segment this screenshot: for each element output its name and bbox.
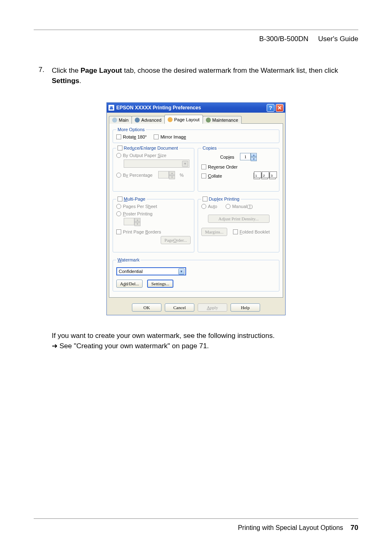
header-text: B-300/B-500DN User's Guide — [259, 35, 358, 43]
spin-down-icon: ▼ — [169, 175, 175, 179]
page-order-button: Page Order... — [161, 236, 191, 244]
reduce-enlarge-legend: Reduce/Enlarge Document — [124, 146, 178, 150]
app-icon: 🖶 — [108, 105, 114, 111]
titlebar-close-button[interactable]: ✕ — [276, 104, 284, 112]
tab-advanced[interactable]: Advanced — [131, 116, 165, 124]
reduce-enlarge-group: Reduce/Enlarge Document By Output Paper … — [113, 146, 194, 192]
wrench-icon — [206, 118, 211, 123]
print-page-borders-label: Print Page Borders — [123, 229, 161, 234]
adjust-print-density-button: Adjust Print Density... — [208, 215, 270, 223]
more-options-group: More Options Rotate 180° Mirror Image — [113, 127, 279, 143]
reverse-order-label: Reverse Order — [208, 164, 238, 169]
ok-button[interactable]: OK — [132, 303, 161, 312]
footer-page: 70 — [350, 524, 358, 532]
step-text: Click the Page Layout tab, choose the de… — [52, 66, 358, 86]
duplex-auto-label: Auto — [208, 204, 217, 209]
folded-booklet-label: Folded Booklet — [240, 229, 270, 234]
multipage-checkbox[interactable] — [118, 197, 122, 201]
help-button[interactable]: Help — [231, 303, 260, 312]
watermark-settings-button[interactable]: Settings... — [147, 280, 173, 288]
rotate-180-label: Rotate 180° — [123, 134, 147, 139]
mirror-image-label: Mirror Image — [160, 134, 186, 139]
header-guide: User's Guide — [318, 35, 358, 43]
rotate-180-checkbox[interactable] — [116, 134, 121, 139]
page-layout-panel: More Options Rotate 180° Mirror Image Re… — [109, 123, 283, 298]
multipage-stepper: ▲▼ — [124, 218, 141, 226]
folded-booklet-checkbox — [233, 229, 238, 234]
after-ref: See "Creating your own watermark" on pag… — [58, 342, 209, 350]
output-paper-size-select: ▼ — [124, 160, 189, 168]
duplex-manual-label: Manual(T) — [232, 204, 253, 209]
poster-printing-label: Poster Printing — [123, 211, 152, 216]
poster-printing-radio — [116, 211, 121, 216]
more-options-legend: More Options — [116, 127, 146, 132]
tabstrip: Main Advanced Page Layout Maintenance — [109, 115, 283, 124]
cancel-button[interactable]: Cancel — [165, 303, 194, 312]
by-output-radio — [116, 153, 121, 158]
tab-page-layout[interactable]: Page Layout — [164, 115, 203, 124]
watermark-legend: Watermark — [116, 257, 141, 262]
duplex-auto-radio — [201, 204, 206, 209]
header-model: B-300/B-500DN — [259, 35, 309, 43]
copies-group: Copies Copies ▲▼ Reverse Order — [198, 146, 279, 192]
watermark-group: Watermark Confidential ▼ Add/Del... Sett… — [113, 257, 279, 291]
after-line1: If you want to create your own watermark… — [52, 331, 358, 341]
tab-main[interactable]: Main — [109, 116, 132, 124]
copies-input[interactable] — [240, 153, 251, 160]
pages-per-sheet-label: Pages Per Sheet — [123, 204, 157, 209]
spin-up-icon: ▲ — [169, 171, 175, 175]
dialog-button-row: OK Cancel Apply Help — [107, 300, 285, 315]
chevron-down-icon[interactable]: ▼ — [178, 268, 184, 275]
mirror-image-checkbox[interactable] — [154, 134, 159, 139]
add-del-button[interactable]: Add/Del... — [116, 280, 143, 288]
layout-icon — [168, 117, 173, 122]
multipage-legend: Multi-Page — [124, 197, 145, 201]
spin-up-icon: ▲ — [134, 218, 141, 222]
watermark-select[interactable]: Confidential ▼ — [116, 267, 186, 275]
printer-icon — [112, 118, 117, 123]
pages-per-sheet-radio — [116, 204, 121, 209]
collate-checkbox[interactable] — [201, 173, 206, 178]
copies-label: Copies — [220, 155, 234, 160]
dialog-title: EPSON XXXXX Printing Preferences — [116, 105, 201, 111]
by-percentage-label: By Percentage — [123, 173, 152, 178]
pointer-icon: ➜ — [52, 342, 58, 350]
reverse-order-checkbox[interactable] — [201, 164, 206, 169]
percentage-stepper: ▲▼ — [158, 171, 175, 179]
margins-button: Margins... — [201, 228, 227, 236]
collate-label: Collate — [208, 173, 222, 178]
by-percentage-radio — [116, 173, 121, 178]
gear-icon — [135, 118, 140, 123]
titlebar[interactable]: 🖶 EPSON XXXXX Printing Preferences ? ✕ — [107, 103, 285, 113]
copies-stepper[interactable]: ▲▼ — [240, 153, 257, 161]
spin-down-icon[interactable]: ▼ — [251, 157, 257, 161]
footer-section: Printing with Special Layout Options — [238, 524, 343, 532]
by-output-label: By Output Paper Size — [123, 153, 166, 158]
duplex-checkbox[interactable] — [203, 197, 208, 201]
print-page-borders-checkbox — [116, 229, 121, 234]
duplex-manual-radio — [226, 204, 231, 209]
chevron-down-icon: ▼ — [182, 161, 188, 167]
step-number: 7. — [34, 66, 44, 86]
after-text: If you want to create your own watermark… — [52, 331, 358, 351]
watermark-selected: Confidential — [119, 269, 143, 274]
titlebar-help-button[interactable]: ? — [267, 104, 274, 112]
footer: Printing with Special Layout Options 70 — [34, 518, 358, 532]
tab-maintenance[interactable]: Maintenance — [203, 116, 242, 124]
copies-legend: Copies — [201, 146, 218, 150]
step-7: 7. Click the Page Layout tab, choose the… — [34, 66, 358, 86]
spin-down-icon: ▼ — [134, 222, 141, 226]
printing-preferences-dialog: 🖶 EPSON XXXXX Printing Preferences ? ✕ M… — [106, 102, 286, 315]
multipage-group: Multi-Page Pages Per Sheet Poster Printi… — [113, 197, 194, 252]
reduce-enlarge-checkbox[interactable] — [118, 146, 122, 150]
duplex-group: Duplex Printing Auto Manual(T) Adjust Pr… — [198, 197, 279, 252]
collate-icon: 1 2 3 — [254, 173, 276, 179]
spin-up-icon[interactable]: ▲ — [251, 153, 257, 157]
duplex-legend: Duplex Printing — [209, 197, 240, 201]
apply-button: Apply — [198, 303, 227, 312]
